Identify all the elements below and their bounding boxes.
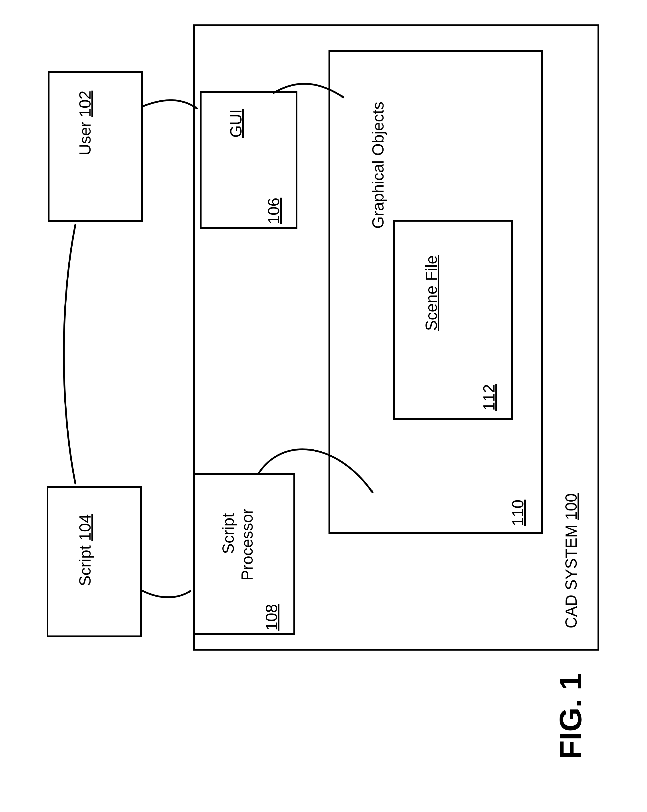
arrow-script-to-processor xyxy=(142,591,191,597)
user-ref: 102 xyxy=(76,91,94,117)
script-label: Script 104 xyxy=(76,514,94,586)
arrow-user-to-script xyxy=(64,224,76,484)
user-text: User xyxy=(76,122,94,156)
graphical-objects-label: Graphical Objects xyxy=(368,102,388,229)
script-processor-ref: 108 xyxy=(262,604,281,630)
script-text: Script xyxy=(76,545,94,586)
gui-ref: 106 xyxy=(264,198,283,224)
user-label: User 102 xyxy=(76,91,94,156)
cad-system-label: CAD SYSTEM 100 xyxy=(562,493,581,628)
scene-file-label: Scene File xyxy=(422,255,441,331)
scene-file-ref: 112 xyxy=(480,384,498,411)
figure-label: FIG. 1 xyxy=(553,673,589,759)
graphical-objects-ref: 110 xyxy=(508,499,527,526)
user-box xyxy=(48,71,143,222)
cad-system-text: CAD SYSTEM xyxy=(562,520,580,628)
gui-label: GUI xyxy=(227,109,245,138)
arrow-user-to-gui xyxy=(142,100,198,109)
script-processor-label-2: Processor xyxy=(237,509,257,581)
script-ref: 104 xyxy=(76,514,94,541)
cad-system-ref: 100 xyxy=(562,493,580,520)
diagram-canvas: CAD SYSTEM 100 Graphical Objects 110 Sce… xyxy=(0,0,647,812)
script-processor-label-1: Script xyxy=(219,513,238,554)
